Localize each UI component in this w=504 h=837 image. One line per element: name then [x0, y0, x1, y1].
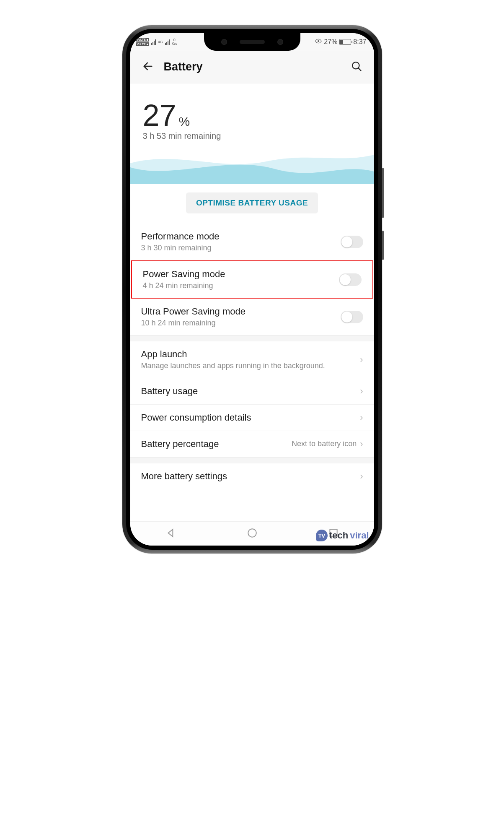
more-battery-settings-row[interactable]: More battery settings ›: [130, 463, 374, 489]
network-type: 4G: [158, 40, 163, 44]
watermark-text: tech: [329, 530, 348, 541]
item-title: Power consumption details: [141, 412, 350, 423]
item-sub: 3 h 30 min remaining: [141, 244, 334, 252]
app-launch-row[interactable]: App launch Manage launches and apps runn…: [130, 341, 374, 378]
item-title: Battery usage: [141, 386, 350, 397]
notch: [204, 33, 300, 51]
net-speed: 0 K/s: [172, 38, 177, 46]
chevron-right-icon: ›: [360, 412, 363, 423]
item-title: Performance mode: [141, 231, 334, 242]
nav-back-button[interactable]: [162, 524, 180, 543]
wave-graphic: [130, 146, 374, 184]
chevron-right-icon: ›: [360, 439, 363, 450]
power-saving-mode-row[interactable]: Power Saving mode 4 h 24 min remaining: [132, 261, 372, 298]
chevron-right-icon: ›: [360, 386, 363, 397]
item-sub: 10 h 24 min remaining: [141, 319, 334, 328]
battery-percent-value: 27: [143, 100, 176, 130]
item-sub: 4 h 24 min remaining: [143, 281, 332, 290]
watermark: TV techviral: [316, 530, 369, 541]
app-header: Battery: [130, 51, 374, 83]
nav-home-button[interactable]: [243, 524, 261, 543]
watermark-badge-icon: TV: [316, 530, 328, 541]
watermark-text-2: viral: [350, 530, 369, 541]
volte-icon: VoLTE VoLTE: [136, 38, 149, 46]
section-divider: [130, 335, 374, 341]
eye-comfort-icon: [315, 38, 322, 46]
optimise-battery-button[interactable]: OPTIMISE BATTERY USAGE: [186, 192, 318, 213]
search-icon: [351, 60, 362, 72]
battery-remaining: 3 h 53 min remaining: [143, 131, 362, 141]
nav-bar: TV techviral: [130, 521, 374, 546]
performance-mode-toggle[interactable]: [341, 236, 363, 248]
item-title: Ultra Power Saving mode: [141, 306, 334, 317]
percent-sign: %: [179, 114, 190, 129]
phone-frame: VoLTE VoLTE 4G 0 K/s 27%: [122, 25, 382, 554]
status-battery-pct: 27%: [324, 38, 337, 46]
battery-usage-row[interactable]: Battery usage ›: [130, 378, 374, 405]
status-time: 8:37: [353, 38, 366, 46]
power-button: [382, 231, 384, 260]
chevron-right-icon: ›: [360, 471, 363, 482]
ultra-power-saving-row[interactable]: Ultra Power Saving mode 10 h 24 min rema…: [130, 299, 374, 335]
item-title: Battery percentage: [141, 439, 285, 450]
item-title: App launch: [141, 349, 350, 360]
section-divider: [130, 457, 374, 463]
ultra-power-saving-toggle[interactable]: [341, 311, 363, 323]
svg-point-3: [248, 529, 256, 537]
arrow-left-icon: [142, 60, 154, 72]
svg-point-0: [318, 40, 319, 42]
page-title: Battery: [164, 60, 341, 73]
circle-home-icon: [247, 528, 258, 538]
item-value: Next to battery icon: [292, 439, 357, 449]
item-title: More battery settings: [141, 471, 350, 482]
item-title: Power Saving mode: [143, 269, 332, 280]
power-saving-mode-toggle[interactable]: [339, 273, 362, 286]
triangle-back-icon: [165, 528, 176, 538]
battery-hero[interactable]: 27 % 3 h 53 min remaining: [130, 83, 374, 184]
svg-line-2: [358, 68, 361, 71]
battery-icon: [339, 39, 351, 45]
back-button[interactable]: [140, 58, 156, 76]
performance-mode-row[interactable]: Performance mode 3 h 30 min remaining: [130, 224, 374, 260]
volume-button: [382, 168, 384, 218]
signal-icon-2: [165, 39, 170, 45]
signal-icon: [151, 39, 156, 45]
item-sub: Manage launches and apps running in the …: [141, 361, 350, 370]
power-consumption-row[interactable]: Power consumption details ›: [130, 405, 374, 431]
content-scroll[interactable]: 27 % 3 h 53 min remaining OPTIMISE BATTE…: [130, 83, 374, 521]
search-button[interactable]: [348, 58, 365, 76]
battery-percentage-row[interactable]: Battery percentage Next to battery icon …: [130, 431, 374, 457]
chevron-right-icon: ›: [360, 354, 363, 365]
highlight-power-saving: Power Saving mode 4 h 24 min remaining: [131, 260, 373, 299]
